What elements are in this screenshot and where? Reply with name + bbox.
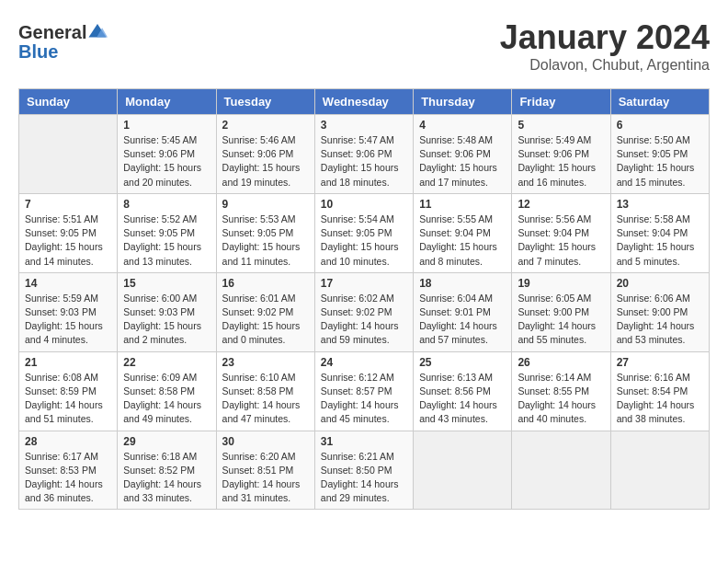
day-info: Sunrise: 6:02 AMSunset: 9:02 PMDaylight:… [321, 292, 407, 348]
day-info: Sunrise: 5:53 AMSunset: 9:05 PMDaylight:… [222, 213, 309, 269]
calendar-cell [414, 431, 512, 510]
weekday-header-row: SundayMondayTuesdayWednesdayThursdayFrid… [19, 89, 710, 115]
calendar-cell: 1Sunrise: 5:45 AMSunset: 9:06 PMDaylight… [118, 115, 216, 194]
calendar-cell: 6Sunrise: 5:50 AMSunset: 9:05 PMDaylight… [610, 115, 709, 194]
day-number: 11 [419, 198, 506, 211]
calendar-cell: 24Sunrise: 6:12 AMSunset: 8:57 PMDayligh… [314, 351, 413, 431]
logo: General Blue [18, 18, 108, 63]
day-info: Sunrise: 5:59 AMSunset: 9:03 PMDaylight:… [25, 292, 111, 348]
day-info: Sunrise: 5:47 AMSunset: 9:06 PMDaylight:… [321, 133, 407, 190]
weekday-saturday: Saturday [610, 89, 709, 115]
calendar-subtitle: Dolavon, Chubut, Argentina [500, 57, 710, 74]
weekday-sunday: Sunday [19, 89, 118, 115]
day-number: 13 [617, 198, 703, 211]
day-info: Sunrise: 6:10 AMSunset: 8:58 PMDaylight:… [222, 371, 309, 427]
day-number: 7 [25, 198, 111, 211]
day-number: 17 [321, 277, 407, 290]
calendar-cell: 3Sunrise: 5:47 AMSunset: 9:06 PMDaylight… [314, 115, 413, 194]
day-info: Sunrise: 6:05 AMSunset: 9:00 PMDaylight:… [518, 292, 604, 348]
day-info: Sunrise: 6:14 AMSunset: 8:55 PMDaylight:… [518, 371, 604, 427]
logo-blue-row: Blue [18, 41, 58, 63]
weekday-wednesday: Wednesday [314, 89, 413, 115]
calendar-cell: 9Sunrise: 5:53 AMSunset: 9:05 PMDaylight… [216, 193, 314, 272]
calendar-cell: 28Sunrise: 6:17 AMSunset: 8:53 PMDayligh… [19, 431, 118, 510]
calendar-cell: 4Sunrise: 5:48 AMSunset: 9:06 PMDaylight… [414, 115, 512, 194]
calendar-cell: 26Sunrise: 6:14 AMSunset: 8:55 PMDayligh… [512, 351, 610, 431]
calendar-cell: 21Sunrise: 6:08 AMSunset: 8:59 PMDayligh… [19, 351, 118, 431]
calendar-cell [19, 115, 118, 194]
day-number: 25 [419, 356, 506, 369]
calendar-cell: 15Sunrise: 6:00 AMSunset: 9:03 PMDayligh… [118, 272, 216, 351]
day-number: 27 [617, 356, 703, 369]
day-info: Sunrise: 6:01 AMSunset: 9:02 PMDaylight:… [222, 292, 309, 348]
calendar-cell: 27Sunrise: 6:16 AMSunset: 8:54 PMDayligh… [610, 351, 709, 431]
day-info: Sunrise: 6:21 AMSunset: 8:50 PMDaylight:… [321, 450, 407, 506]
day-info: Sunrise: 5:45 AMSunset: 9:06 PMDaylight:… [123, 133, 210, 190]
calendar-cell: 31Sunrise: 6:21 AMSunset: 8:50 PMDayligh… [314, 431, 413, 510]
day-number: 26 [518, 356, 604, 369]
day-number: 10 [321, 198, 407, 211]
day-info: Sunrise: 5:54 AMSunset: 9:05 PMDaylight:… [321, 213, 407, 269]
day-info: Sunrise: 5:58 AMSunset: 9:04 PMDaylight:… [617, 213, 703, 269]
calendar-cell: 29Sunrise: 6:18 AMSunset: 8:52 PMDayligh… [118, 431, 216, 510]
day-info: Sunrise: 5:46 AMSunset: 9:06 PMDaylight:… [222, 133, 309, 190]
day-info: Sunrise: 6:17 AMSunset: 8:53 PMDaylight:… [25, 450, 111, 506]
day-info: Sunrise: 5:55 AMSunset: 9:04 PMDaylight:… [419, 213, 506, 269]
calendar-cell: 18Sunrise: 6:04 AMSunset: 9:01 PMDayligh… [414, 272, 512, 351]
calendar-cell: 23Sunrise: 6:10 AMSunset: 8:58 PMDayligh… [216, 351, 314, 431]
calendar-cell [512, 431, 610, 510]
day-number: 4 [419, 119, 506, 132]
calendar-cell: 14Sunrise: 5:59 AMSunset: 9:03 PMDayligh… [19, 272, 118, 351]
day-info: Sunrise: 6:12 AMSunset: 8:57 PMDaylight:… [321, 371, 407, 427]
day-number: 3 [321, 119, 407, 132]
day-number: 28 [25, 435, 111, 448]
week-row-5: 28Sunrise: 6:17 AMSunset: 8:53 PMDayligh… [19, 431, 710, 510]
calendar-cell: 7Sunrise: 5:51 AMSunset: 9:05 PMDaylight… [19, 193, 118, 272]
day-info: Sunrise: 5:48 AMSunset: 9:06 PMDaylight:… [419, 133, 506, 190]
title-block: January 2024 Dolavon, Chubut, Argentina [500, 18, 710, 74]
day-number: 12 [518, 198, 604, 211]
week-row-1: 1Sunrise: 5:45 AMSunset: 9:06 PMDaylight… [19, 115, 710, 194]
weekday-monday: Monday [118, 89, 216, 115]
calendar-cell: 8Sunrise: 5:52 AMSunset: 9:05 PMDaylight… [118, 193, 216, 272]
calendar-title: January 2024 [500, 18, 710, 57]
day-info: Sunrise: 5:49 AMSunset: 9:06 PMDaylight:… [518, 133, 604, 190]
calendar-cell: 19Sunrise: 6:05 AMSunset: 9:00 PMDayligh… [512, 272, 610, 351]
day-number: 21 [25, 356, 111, 369]
weekday-thursday: Thursday [414, 89, 512, 115]
calendar-cell: 10Sunrise: 5:54 AMSunset: 9:05 PMDayligh… [314, 193, 413, 272]
logo-general-part: General [18, 22, 86, 43]
day-info: Sunrise: 6:13 AMSunset: 8:56 PMDaylight:… [419, 371, 506, 427]
calendar-cell: 12Sunrise: 5:56 AMSunset: 9:04 PMDayligh… [512, 193, 610, 272]
logo-blue-part: Blue [18, 41, 58, 62]
day-number: 29 [123, 435, 210, 448]
day-number: 1 [123, 119, 210, 132]
day-number: 23 [222, 356, 309, 369]
day-number: 31 [321, 435, 407, 448]
week-row-2: 7Sunrise: 5:51 AMSunset: 9:05 PMDaylight… [19, 193, 710, 272]
calendar-cell [610, 431, 709, 510]
weekday-tuesday: Tuesday [216, 89, 314, 115]
day-number: 24 [321, 356, 407, 369]
calendar-cell: 22Sunrise: 6:09 AMSunset: 8:58 PMDayligh… [118, 351, 216, 431]
day-info: Sunrise: 5:56 AMSunset: 9:04 PMDaylight:… [518, 213, 604, 269]
day-info: Sunrise: 6:20 AMSunset: 8:51 PMDaylight:… [222, 450, 309, 506]
calendar-cell: 13Sunrise: 5:58 AMSunset: 9:04 PMDayligh… [610, 193, 709, 272]
day-number: 30 [222, 435, 309, 448]
day-number: 15 [123, 277, 210, 290]
day-number: 2 [222, 119, 309, 132]
calendar-table: SundayMondayTuesdayWednesdayThursdayFrid… [18, 88, 710, 510]
logo-bird-icon [87, 21, 108, 41]
day-info: Sunrise: 6:08 AMSunset: 8:59 PMDaylight:… [25, 371, 111, 427]
day-number: 6 [617, 119, 703, 132]
day-number: 14 [25, 277, 111, 290]
calendar-cell: 11Sunrise: 5:55 AMSunset: 9:04 PMDayligh… [414, 193, 512, 272]
calendar-cell: 2Sunrise: 5:46 AMSunset: 9:06 PMDaylight… [216, 115, 314, 194]
day-info: Sunrise: 6:06 AMSunset: 9:00 PMDaylight:… [617, 292, 703, 348]
day-number: 8 [123, 198, 210, 211]
calendar-cell: 30Sunrise: 6:20 AMSunset: 8:51 PMDayligh… [216, 431, 314, 510]
week-row-4: 21Sunrise: 6:08 AMSunset: 8:59 PMDayligh… [19, 351, 710, 431]
calendar-cell: 25Sunrise: 6:13 AMSunset: 8:56 PMDayligh… [414, 351, 512, 431]
calendar-cell: 16Sunrise: 6:01 AMSunset: 9:02 PMDayligh… [216, 272, 314, 351]
page-header: General Blue January 2024 Dolavon, Chubu… [18, 18, 710, 74]
